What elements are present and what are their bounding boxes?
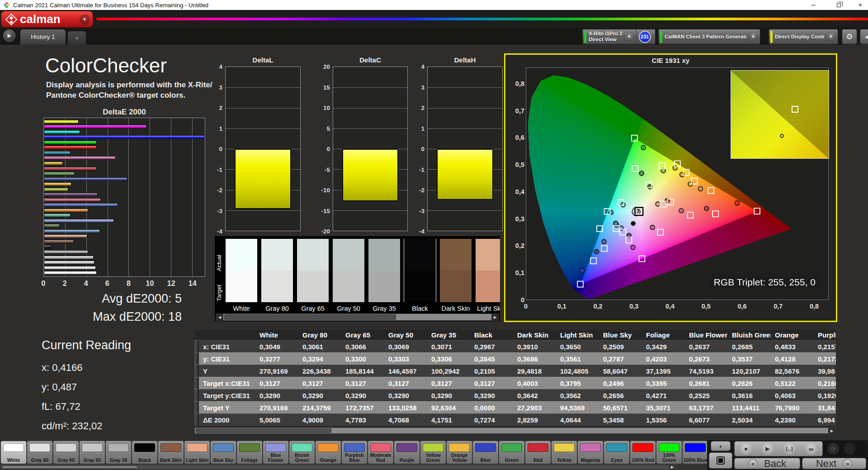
delta-y-tick: 5 — [326, 125, 330, 132]
swatch-dark-skin[interactable] — [440, 239, 472, 302]
meter-count-badge[interactable]: 231 — [639, 31, 651, 43]
scroll-left-icon[interactable]: ◀ — [216, 314, 223, 320]
refresh-button[interactable]: ⟳ — [827, 443, 839, 455]
tab-nav-arrow-icon[interactable]: ▶ — [3, 29, 15, 42]
deltae-bar-row — [44, 146, 205, 149]
next-button[interactable]: Next » — [802, 458, 866, 469]
pattern-tile-blue-sky[interactable]: Blue Sky — [211, 441, 236, 464]
display-control-dropdown[interactable]: Direct Display Control ▼ — [769, 29, 838, 44]
stop-measure-button[interactable]: ■ — [740, 443, 752, 455]
tile-label: Magenta — [578, 458, 603, 463]
pattern-tile-moderate-red[interactable]: Moderate Red — [368, 441, 393, 464]
pattern-tile-orange-yellow[interactable]: Orange Yellow — [447, 441, 472, 464]
deltae-bar-row — [44, 151, 205, 155]
pattern-tile-100-green[interactable]: 100% Green — [656, 441, 682, 464]
pattern-tile-black[interactable]: Black — [132, 441, 157, 464]
strip-scrollbar[interactable]: ◀ ▶ — [216, 313, 499, 321]
pattern-tile-yellow-green[interactable]: Yellow Green — [420, 441, 446, 464]
deltae-bar-blue-sky — [44, 229, 100, 233]
swatch-gray-65[interactable] — [297, 239, 329, 302]
table-cell: 0,4003 — [513, 377, 556, 389]
cie-y-tick: 0,4 — [511, 188, 524, 195]
collapse-toolbar-button[interactable]: ◀ — [860, 29, 868, 44]
inactive-round-button[interactable] — [844, 443, 855, 455]
table-cell: 0,2656 — [599, 389, 642, 401]
deltae-bar-row — [44, 203, 205, 207]
pattern-tile-green[interactable]: Green — [499, 441, 524, 464]
deltae-bar-row — [44, 161, 205, 165]
scroll-right-icon[interactable]: ▶ — [491, 314, 499, 320]
table-cell: 0,1920 — [814, 389, 836, 401]
app-header: calman ▼ — [0, 10, 868, 28]
swatch-gray-50[interactable] — [333, 239, 364, 302]
table-cell: 185,8144 — [341, 365, 384, 377]
pattern-tile-foliage[interactable]: Foliage — [237, 441, 262, 464]
continuous-measure-button[interactable]: ∞ — [805, 443, 817, 455]
swatch-light-skin[interactable] — [476, 239, 500, 302]
pattern-tile-cyan[interactable]: Cyan — [604, 441, 629, 464]
swatch-gray-35[interactable] — [368, 239, 400, 302]
pattern-tile-light-skin[interactable]: Light Skin — [184, 441, 210, 464]
delta-y-tick: -15 — [321, 207, 330, 214]
tile-label: 100% Green — [657, 453, 681, 463]
play-measure-button[interactable]: ▶ — [762, 443, 774, 455]
close-button[interactable]: × — [853, 0, 868, 10]
meter-dropdown[interactable]: X-Rite i1Pro 2 Direct View ▼ 231 — [582, 29, 656, 44]
pattern-tile-dark-skin[interactable]: Dark Skin — [158, 441, 184, 464]
pattern-tile-yellow[interactable]: Yellow — [552, 441, 577, 464]
pattern-tile-magenta[interactable]: Magenta — [578, 441, 603, 464]
swatch-white[interactable] — [226, 239, 257, 302]
restore-button[interactable] — [831, 0, 846, 10]
swatch-label: Dark Skin — [440, 305, 472, 314]
swatch-gray-80[interactable] — [261, 239, 293, 302]
pattern-tile-purple[interactable]: Purple — [394, 441, 420, 464]
pattern-tile-orange[interactable]: Orange — [316, 441, 341, 464]
table-scroll-right-icon[interactable]: ▶ — [828, 428, 835, 433]
deltae-bar-row — [44, 198, 205, 202]
calman-menu-button[interactable]: calman ▼ — [1, 11, 93, 27]
deltae-bar-row — [44, 250, 205, 254]
pattern-tile-purplish-blue[interactable]: Purplish Blue — [342, 441, 367, 464]
pattern-tile-blue[interactable]: Blue — [473, 441, 498, 464]
add-tab-button[interactable]: + — [67, 31, 86, 44]
cie-y-tick: 0,6 — [511, 134, 524, 141]
strip-scrollbar-thumb[interactable] — [224, 314, 396, 320]
table-row-label: ΔE 2000 — [199, 413, 255, 426]
pattern-tile-gray-65[interactable]: Gray 65 — [53, 441, 79, 464]
tab-history-1[interactable]: History 1 — [20, 29, 66, 44]
table-scrollbar[interactable]: ▶ — [194, 427, 836, 434]
pattern-tile-gray-80[interactable]: Gray 80 — [27, 441, 52, 464]
swatch-actual — [297, 239, 329, 271]
pattern-tile-gray-35[interactable]: Gray 35 — [106, 441, 131, 464]
pattern-tile-red[interactable]: Red — [525, 441, 551, 464]
table-scrollbar-thumb[interactable] — [196, 428, 331, 433]
next-label: Next — [816, 458, 836, 470]
collapse-footer-button[interactable]: ▲ — [711, 441, 731, 451]
pattern-tile-white[interactable]: White — [1, 441, 26, 464]
pattern-generator-dropdown[interactable]: CalMAN Client 3 Pattern Generator ▼ — [658, 29, 760, 44]
table-cell: 0,3071 — [427, 340, 470, 352]
tile-color-patch — [265, 443, 286, 452]
pattern-tile-blue-flower[interactable]: Blue Flower — [263, 441, 288, 464]
table-row-bevel — [194, 401, 199, 413]
stop-pattern-button[interactable] — [709, 452, 732, 469]
gear-icon: ⚙ — [846, 32, 853, 42]
pattern-tile-100-blue[interactable]: 100% Blue — [683, 441, 707, 464]
pattern-tile-gray-50[interactable]: Gray 50 — [80, 441, 105, 464]
swatch-label-row: WhiteGray 80Gray 65Gray 50Gray 35BlackDa… — [226, 305, 500, 314]
pattern-tile-100-red[interactable]: 100% Red — [630, 441, 656, 464]
page-title: ColorChecker — [45, 54, 167, 77]
settings-gear-button[interactable]: ⚙ — [842, 29, 857, 44]
table-cell: 0,0000 — [470, 401, 513, 413]
tiles-scrollbar-thumb[interactable] — [2, 465, 137, 469]
tiles-scroll-right-icon[interactable]: ▶ — [669, 465, 676, 469]
table-cell: 226,3438 — [298, 365, 341, 377]
tiles-scrollbar[interactable]: ▶ — [1, 465, 676, 470]
swatch-black[interactable] — [404, 239, 436, 302]
minimize-button[interactable] — [806, 0, 821, 10]
pattern-tile-bluish-green[interactable]: Bluish Green — [289, 441, 315, 464]
back-button[interactable]: « Back — [734, 458, 800, 469]
logo-dropdown-caret-icon[interactable]: ▼ — [80, 14, 90, 24]
series-measure-button[interactable]: [‥] — [783, 443, 795, 455]
deltae-bar-blue-flower — [44, 219, 114, 223]
